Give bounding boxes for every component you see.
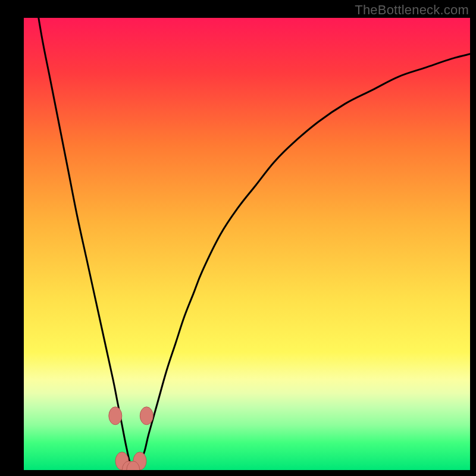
curve-layer [24,18,470,470]
curve-marker [109,407,122,425]
curve-markers [109,407,153,470]
bottleneck-curve [24,18,470,467]
watermark-label: TheBottleneck.com [355,2,469,18]
plot-area [24,18,470,470]
curve-marker [140,407,153,425]
chart-frame: TheBottleneck.com [0,0,476,476]
